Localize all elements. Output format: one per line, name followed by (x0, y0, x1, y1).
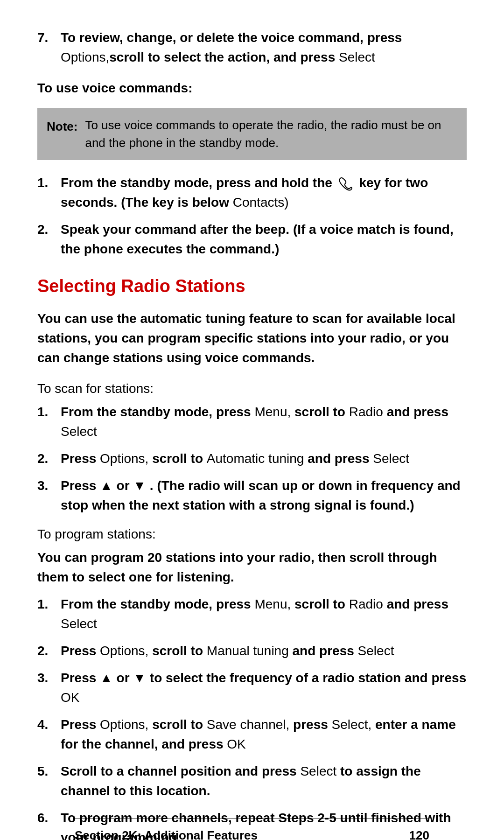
voice-step-2-text: Speak your command after the beep. (If a… (61, 222, 454, 256)
scan-step-2-andpress: and press (308, 451, 369, 466)
program-step-4-number: 4. (37, 715, 61, 735)
scan-step-1: 1. From the standby mode, press Menu, sc… (37, 402, 467, 441)
scan-step-1-scroll: scroll to (294, 405, 345, 419)
program-step-2-number: 2. (37, 641, 61, 661)
step-7-bold-prefix: To review, change, or delete the voice c… (61, 30, 402, 45)
voice-step-1: 1. From the standby mode, press and hold… (37, 173, 467, 212)
prog-step-4-press: Press (61, 717, 96, 732)
program-step-1: 1. From the standby mode, press Menu, sc… (37, 595, 467, 634)
scan-step-2-content: Press Options, scroll to Automatic tunin… (61, 449, 467, 469)
program-step-5: 5. Scroll to a channel position and pres… (37, 762, 467, 801)
phone-key-icon (338, 176, 354, 192)
scan-step-2-scroll: scroll to (152, 451, 203, 466)
page-wrapper: 7. To review, change, or delete the voic… (37, 28, 467, 840)
prog-step-2-press: Press (61, 644, 96, 658)
scan-step-1-end: and press (387, 405, 448, 419)
scan-step-2-select: Select (373, 451, 409, 466)
prog-step-4-save: Save channel, (207, 717, 289, 732)
voice-step-2-content: Speak your command after the beep. (If a… (61, 220, 467, 259)
section-heading: Selecting Radio Stations (37, 273, 467, 300)
voice-step-1-content: From the standby mode, press and hold th… (61, 173, 467, 212)
footer-bar: Section 2K: Additional Features 120 (75, 819, 429, 840)
voice-step-2-number: 2. (37, 220, 61, 239)
note-label: Note: (47, 117, 77, 136)
scan-step-1-select: Select (61, 424, 97, 439)
voice-step-1-button: Contacts) (233, 195, 289, 210)
footer-left: Section 2K: Additional Features (75, 826, 258, 840)
note-box: Note: To use voice commands to operate t… (37, 108, 467, 160)
program-step-2: 2. Press Options, scroll to Manual tunin… (37, 641, 467, 661)
scan-step-2-options: Options, (100, 451, 148, 466)
scan-step-3-content: Press ▲ or ▼ . (The radio will scan up o… (61, 476, 467, 515)
step-7-select: Select (335, 50, 375, 64)
prog-step-4-press2: press (293, 717, 328, 732)
step-7-bold-middle: scroll to select the action, and press (109, 50, 335, 64)
voice-step-1-number: 1. (37, 173, 61, 193)
voice-steps-list: 1. From the standby mode, press and hold… (37, 173, 467, 259)
scan-label: To scan for stations: (37, 379, 467, 399)
scan-step-2-press: Press (61, 451, 96, 466)
program-label: To program stations: (37, 525, 467, 544)
scan-step-1-prefix: From the standby mode, press (61, 405, 251, 419)
scan-steps-list: 1. From the standby mode, press Menu, sc… (37, 402, 467, 515)
prog-step-4-scroll: scroll to (152, 717, 203, 732)
prog-step-3-text: Press ▲ or ▼ to select the frequency of … (61, 671, 466, 685)
prog-step-2-select: Select (358, 644, 394, 658)
prog-step-3-ok: OK (61, 690, 79, 705)
prog-step-1-menu: Menu, (254, 597, 291, 611)
section-content: 7. To review, change, or delete the voic… (37, 28, 467, 840)
program-step-5-content: Scroll to a channel position and press S… (61, 762, 467, 801)
prog-step-1-end: and press (387, 597, 448, 611)
scan-step-1-number: 1. (37, 402, 61, 422)
prog-step-5-select: Select (300, 764, 336, 778)
scan-step-3-number: 3. (37, 476, 61, 496)
program-step-1-content: From the standby mode, press Menu, scrol… (61, 595, 467, 634)
prog-step-4-select: Select, (332, 717, 372, 732)
prog-step-2-scroll: scroll to (152, 644, 203, 658)
prog-step-2-manual: Manual tuning (207, 644, 289, 658)
scan-step-2-auto: Automatic tuning (207, 451, 304, 466)
prog-step-1-scroll: scroll to (294, 597, 345, 611)
program-step-4-content: Press Options, scroll to Save channel, p… (61, 715, 467, 754)
scan-step-2: 2. Press Options, scroll to Automatic tu… (37, 449, 467, 469)
step-7: 7. To review, change, or delete the voic… (37, 28, 467, 67)
prog-step-2-andpress: and press (293, 644, 354, 658)
program-intro: You can program 20 stations into your ra… (37, 548, 467, 587)
program-step-6-number: 6. (37, 808, 61, 828)
program-steps-list: 1. From the standby mode, press Menu, sc… (37, 595, 467, 840)
scan-step-2-number: 2. (37, 449, 61, 469)
prog-step-4-options: Options, (100, 717, 148, 732)
program-step-1-number: 1. (37, 595, 61, 614)
prog-step-1-radio: Radio (349, 597, 383, 611)
program-step-5-number: 5. (37, 762, 61, 781)
program-step-2-content: Press Options, scroll to Manual tuning a… (61, 641, 467, 661)
prog-step-1-select: Select (61, 616, 97, 631)
voice-commands-label: To use voice commands: (37, 78, 467, 98)
step-7-number: 7. (37, 28, 61, 67)
program-step-3: 3. Press ▲ or ▼ to select the frequency … (37, 668, 467, 707)
voice-step-2: 2. Speak your command after the beep. (I… (37, 220, 467, 259)
voice-step-1-prefix: From the standby mode, press and hold th… (61, 175, 332, 190)
prog-step-2-options: Options, (100, 644, 148, 658)
scan-step-3: 3. Press ▲ or ▼ . (The radio will scan u… (37, 476, 467, 515)
program-step-3-content: Press ▲ or ▼ to select the frequency of … (61, 668, 467, 707)
prog-step-4-ok: OK (227, 737, 245, 751)
footer-right: 120 (409, 826, 429, 840)
step-7-content: To review, change, or delete the voice c… (61, 28, 467, 67)
scan-step-1-radio: Radio (349, 405, 383, 419)
note-text: To use voice commands to operate the rad… (85, 117, 457, 152)
program-step-3-number: 3. (37, 668, 61, 688)
program-step-4: 4. Press Options, scroll to Save channel… (37, 715, 467, 754)
intro-paragraph: You can use the automatic tuning feature… (37, 309, 467, 368)
step-7-options: Options, (61, 50, 109, 64)
scan-step-1-content: From the standby mode, press Menu, scrol… (61, 402, 467, 441)
scan-step-1-menu: Menu, (254, 405, 291, 419)
prog-step-5-prefix: Scroll to a channel position and press (61, 764, 297, 778)
scan-step-3-text: Press ▲ or ▼ . (The radio will scan up o… (61, 478, 461, 512)
prog-step-1-prefix: From the standby mode, press (61, 597, 251, 611)
